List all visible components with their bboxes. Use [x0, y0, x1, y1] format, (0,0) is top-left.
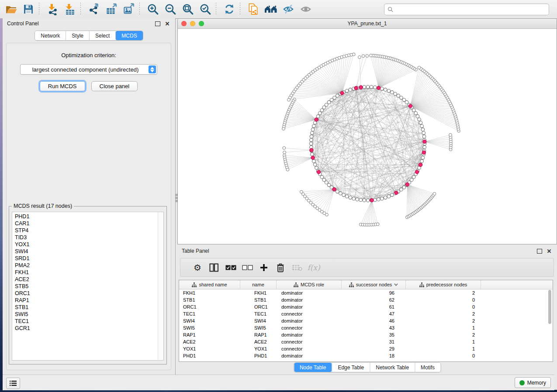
network-window-titlebar[interactable]: YPA_prune.txt_1 [178, 19, 557, 29]
toolbar-separator [216, 3, 216, 16]
table-row[interactable]: SWI5SWI5connector431 [179, 324, 553, 331]
mcds-result-item[interactable]: PHD1 [12, 213, 158, 220]
column-header-successor-nodes[interactable]: successor nodes [342, 280, 406, 289]
run-mcds-button[interactable]: Run MCDS [40, 81, 85, 91]
column-header-predecessor-nodes[interactable]: predecessor nodes [406, 280, 481, 289]
toolbar-separator [139, 3, 140, 16]
application-window: Control Panel ✕ Network Style Select MCD… [0, 0, 557, 392]
mcds-result-item[interactable]: ACE2 [12, 276, 158, 283]
refresh-layout-button[interactable] [222, 2, 237, 17]
import-network-icon [47, 3, 59, 15]
eye-slash-icon [282, 3, 294, 15]
mcds-result-item[interactable]: STB1 [12, 304, 158, 311]
table-row[interactable]: RAP1RAP1dominator352 [179, 331, 553, 338]
tab-network-table[interactable]: Network Table [370, 363, 415, 372]
export-image-button[interactable] [121, 2, 136, 17]
select-all-button[interactable] [222, 261, 239, 274]
memory-button[interactable]: Memory [515, 377, 551, 388]
table-row[interactable]: STB1STB1dominator620 [179, 296, 553, 303]
zoom-selected-button[interactable] [198, 2, 213, 17]
mcds-result-list: PHD1CAR1STP4TID3YOX1SWI4SRD1PMA2FKH1ACE2… [12, 212, 164, 361]
columns-icon [209, 263, 219, 272]
column-header-name[interactable]: name [240, 280, 277, 289]
chevron-up-down-icon [149, 65, 156, 73]
gear-icon: ⚙ [194, 263, 201, 272]
column-header-shared-name[interactable]: shared name [179, 280, 240, 289]
mcds-result-item[interactable]: STP4 [12, 227, 158, 234]
task-history-button[interactable] [6, 378, 20, 389]
mcds-result-item[interactable]: YOX1 [12, 241, 158, 248]
mcds-result-title: MCDS result (17 nodes) [12, 203, 74, 209]
table-row[interactable]: ACE2ACE2connector311 [179, 338, 553, 345]
search-input[interactable] [395, 5, 549, 14]
float-table-panel-icon[interactable] [536, 248, 543, 254]
toolbar-separator [240, 3, 240, 16]
tab-network[interactable]: Network [35, 31, 66, 40]
mcds-result-item[interactable]: PMA2 [12, 262, 158, 269]
control-panel: Control Panel ✕ Network Style Select MCD… [3, 18, 176, 375]
tab-edge-table[interactable]: Edge Table [332, 363, 370, 372]
close-panel-icon[interactable]: ✕ [164, 20, 171, 27]
mcds-result-item[interactable]: TEC1 [12, 318, 158, 325]
table-row[interactable]: PHD1PHD1dominator180 [179, 352, 553, 359]
show-columns-button[interactable] [206, 261, 222, 274]
optimization-criterion-select[interactable]: largest connected component (undirected) [20, 64, 157, 75]
mcds-result-item[interactable]: SRD1 [12, 255, 158, 262]
mcds-result-item[interactable]: TID3 [12, 234, 158, 241]
tab-motifs[interactable]: Motifs [415, 363, 440, 372]
export-network-button[interactable] [86, 2, 101, 17]
zoom-fit-button[interactable] [180, 2, 195, 17]
tab-select[interactable]: Select [89, 31, 115, 40]
save-icon [23, 3, 34, 15]
mcds-result-item[interactable]: CAR1 [12, 220, 158, 227]
show-hidden-button[interactable] [298, 2, 313, 17]
table-row[interactable]: ORC1ORC1dominator610 [179, 303, 553, 310]
mcds-result-item[interactable]: GCR1 [12, 325, 158, 332]
float-panel-icon[interactable] [154, 20, 161, 27]
table-settings-button[interactable]: ⚙ [189, 261, 206, 274]
close-panel-button[interactable]: Close panel [91, 81, 138, 91]
mcds-result-item[interactable]: STB5 [12, 283, 158, 290]
table-row[interactable]: YOX1YOX1connector291 [179, 345, 553, 352]
open-file-button[interactable] [3, 2, 18, 17]
toolbar-separator [80, 3, 81, 16]
mcds-result-item[interactable]: ORC1 [12, 290, 158, 297]
zoom-out-button[interactable] [163, 2, 178, 17]
table-body: FKH1FKH1dominator962STB1STB1dominator620… [179, 289, 553, 359]
search-box [384, 3, 549, 15]
hide-selected-button[interactable] [281, 2, 296, 17]
export-network-icon [88, 3, 100, 15]
tab-node-table[interactable]: Node Table [294, 363, 332, 372]
scrollbar-thumb[interactable] [548, 290, 551, 324]
table-scrollbar[interactable] [548, 290, 552, 360]
deselect-all-button[interactable] [239, 261, 256, 274]
list-icon [10, 380, 17, 386]
mcds-result-item[interactable]: SWI4 [12, 248, 158, 255]
group-nodes-button[interactable] [263, 2, 278, 17]
delete-table-button [289, 261, 305, 274]
delete-table-icon [292, 264, 302, 271]
mcds-result-item[interactable]: SWI5 [12, 311, 158, 318]
export-table-button[interactable] [104, 2, 119, 17]
import-table-button[interactable] [62, 2, 77, 17]
table-row[interactable]: FKH1FKH1dominator962 [179, 289, 553, 296]
network-view-window: YPA_prune.txt_1 [177, 18, 557, 244]
tab-mcds[interactable]: MCDS [115, 31, 142, 40]
import-network-button[interactable] [45, 2, 60, 17]
network-canvas[interactable] [178, 29, 557, 244]
tab-style[interactable]: Style [66, 31, 89, 40]
network-window-title: YPA_prune.txt_1 [178, 21, 557, 27]
add-column-button[interactable] [256, 261, 272, 274]
save-session-button[interactable] [21, 2, 36, 17]
delete-column-button[interactable] [272, 261, 289, 274]
mcds-result-item[interactable]: FKH1 [12, 269, 158, 276]
table-row[interactable]: TEC1TEC1connector472 [179, 310, 553, 317]
mcds-result-item[interactable]: RAP1 [12, 297, 158, 304]
column-header-mcds-role[interactable]: MCDS role [277, 280, 342, 289]
zoom-in-button[interactable] [145, 2, 160, 17]
close-table-panel-icon[interactable]: ✕ [546, 248, 553, 254]
list-scrollbar[interactable] [158, 212, 163, 360]
table-row[interactable]: SWI4SWI4dominator462 [179, 317, 553, 324]
refresh-icon [223, 3, 235, 15]
share-session-button[interactable] [246, 2, 261, 17]
